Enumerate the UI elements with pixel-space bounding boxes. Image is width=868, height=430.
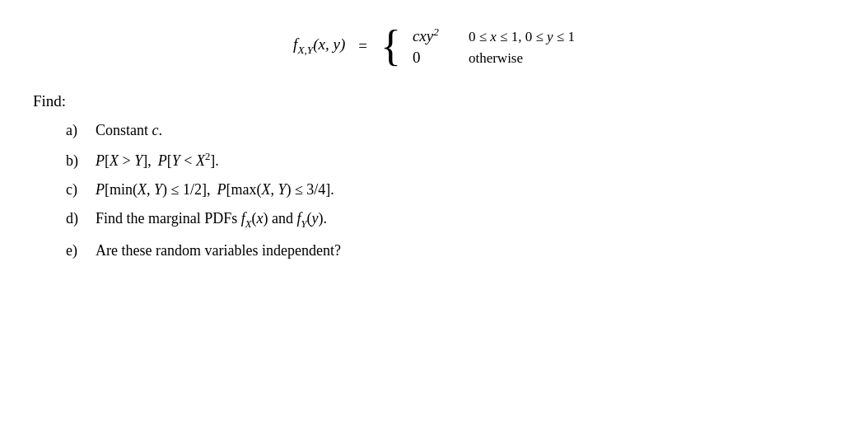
find-section: Find: a) Constant c. b) P[X > Y], P[Y < … xyxy=(33,92,835,259)
item-content-e: Are these random variables independent? xyxy=(96,242,341,259)
case-row-1: cxy2 0 ≤ x ≤ 1, 0 ≤ y ≤ 1 xyxy=(413,26,575,45)
left-brace-icon: { xyxy=(380,25,401,68)
list-item-b: b) P[X > Y], P[Y < X2]. xyxy=(66,151,835,170)
list-item-d: d) Find the marginal PDFs fX(x) and fY(y… xyxy=(66,210,835,231)
item-label-b: b) xyxy=(66,152,89,170)
case1-condition: 0 ≤ x ≤ 1, 0 ≤ y ≤ 1 xyxy=(469,29,575,45)
item-content-d: Find the marginal PDFs fX(x) and fY(y). xyxy=(96,210,327,231)
case1-expression: cxy2 xyxy=(413,26,455,45)
formula-cases: cxy2 0 ≤ x ≤ 1, 0 ≤ y ≤ 1 0 otherwise xyxy=(413,26,575,67)
list-item-e: e) Are these random variables independen… xyxy=(66,242,835,259)
item-label-c: c) xyxy=(66,181,89,199)
item-label-a: a) xyxy=(66,122,89,139)
formula-equals: = xyxy=(358,37,367,55)
formula-container: fX,Y(x, y) = { cxy2 0 ≤ x ≤ 1, 0 ≤ y ≤ 1… xyxy=(293,25,575,68)
case2-expression: 0 xyxy=(413,49,455,67)
item-label-d: d) xyxy=(66,210,89,227)
find-label: Find: xyxy=(33,92,835,110)
item-content-a: Constant c. xyxy=(96,122,162,139)
list-item-c: c) P[min(X, Y) ≤ 1/2], P[max(X, Y) ≤ 3/4… xyxy=(66,181,835,199)
page-content: fX,Y(x, y) = { cxy2 0 ≤ x ≤ 1, 0 ≤ y ≤ 1… xyxy=(33,16,835,274)
item-content-c: P[min(X, Y) ≤ 1/2], P[max(X, Y) ≤ 3/4]. xyxy=(96,181,334,199)
case2-condition: otherwise xyxy=(469,50,523,67)
items-list: a) Constant c. b) P[X > Y], P[Y < X2]. c… xyxy=(33,122,835,259)
case-row-2: 0 otherwise xyxy=(413,49,575,67)
item-content-b: P[X > Y], P[Y < X2]. xyxy=(96,151,219,170)
list-item-a: a) Constant c. xyxy=(66,122,835,139)
formula-section: fX,Y(x, y) = { cxy2 0 ≤ x ≤ 1, 0 ≤ y ≤ 1… xyxy=(33,16,835,68)
item-label-e: e) xyxy=(66,242,89,259)
formula-lhs: fX,Y(x, y) xyxy=(293,35,345,57)
